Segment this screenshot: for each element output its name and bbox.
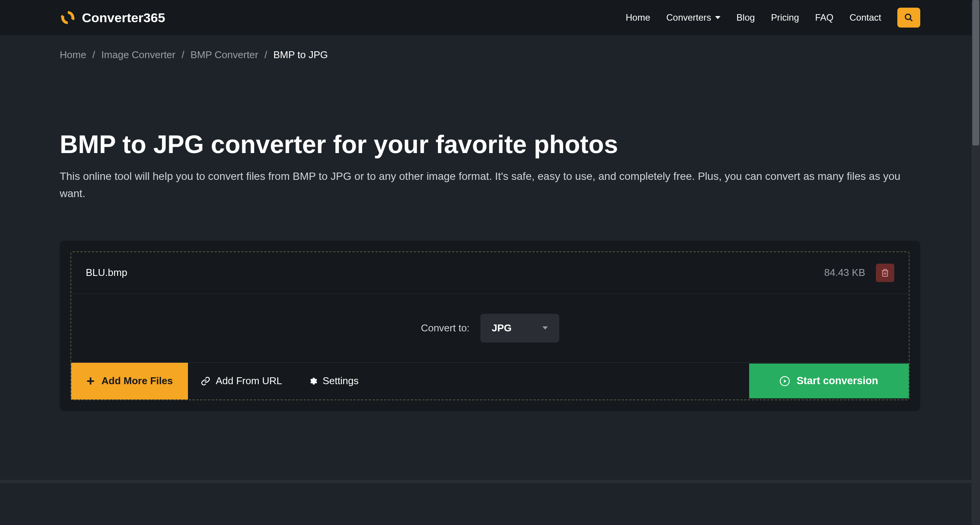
format-value: JPG: [492, 322, 512, 334]
svg-marker-7: [784, 379, 786, 383]
nav-blog[interactable]: Blog: [737, 12, 755, 23]
file-size: 84.43 KB: [824, 267, 865, 279]
action-bar-left: + Add More Files Add From URL: [71, 363, 372, 399]
file-row-right: 84.43 KB: [824, 264, 894, 282]
settings-button[interactable]: Settings: [295, 364, 372, 398]
convert-to-label: Convert to:: [421, 322, 469, 334]
converter-box: BLU.bmp 84.43 KB Convert to:: [60, 241, 920, 411]
action-bar: + Add More Files Add From URL: [71, 363, 909, 399]
page-description: This online tool will help you to conver…: [60, 168, 920, 202]
start-conversion-label: Start conversion: [797, 375, 878, 387]
start-conversion-button[interactable]: Start conversion: [749, 364, 909, 398]
nav-converters-label: Converters: [666, 12, 711, 23]
logo-icon: [60, 10, 76, 26]
chevron-down-icon: [715, 16, 720, 19]
play-icon: [780, 376, 790, 386]
logo[interactable]: Converter365: [60, 10, 165, 26]
add-more-files-button[interactable]: + Add More Files: [71, 363, 188, 399]
scrollbar[interactable]: [972, 0, 980, 525]
chevron-down-icon: [542, 326, 548, 329]
link-icon: [201, 377, 210, 386]
breadcrumb-separator: /: [181, 49, 184, 61]
format-select[interactable]: JPG: [480, 314, 559, 342]
search-button[interactable]: [897, 8, 920, 28]
breadcrumb-home[interactable]: Home: [60, 49, 86, 61]
svg-line-3: [910, 19, 912, 21]
footer-separator: [0, 480, 980, 483]
breadcrumb-bmp-converter[interactable]: BMP Converter: [190, 49, 258, 61]
svg-point-2: [905, 14, 911, 20]
nav-faq[interactable]: FAQ: [815, 12, 833, 23]
file-row: BLU.bmp 84.43 KB: [71, 252, 909, 294]
breadcrumb-separator: /: [92, 49, 95, 61]
logo-text: Converter365: [82, 10, 165, 25]
nav-home[interactable]: Home: [626, 12, 650, 23]
gear-icon: [308, 377, 317, 386]
add-more-files-label: Add More Files: [101, 375, 173, 387]
trash-icon: [881, 269, 889, 277]
scrollbar-thumb[interactable]: [972, 0, 979, 145]
nav-pricing[interactable]: Pricing: [771, 12, 799, 23]
main-nav: Home Converters Blog Pricing FAQ Contact: [626, 8, 920, 28]
breadcrumb-current: BMP to JPG: [273, 49, 328, 61]
header: Converter365 Home Converters Blog Pricin…: [0, 0, 980, 35]
search-icon: [904, 13, 913, 22]
breadcrumb-separator: /: [265, 49, 267, 61]
page-title: BMP to JPG converter for your favorite p…: [60, 130, 920, 159]
breadcrumb: Home / Image Converter / BMP Converter /…: [0, 35, 980, 61]
dropzone[interactable]: BLU.bmp 84.43 KB Convert to:: [70, 251, 910, 400]
add-from-url-button[interactable]: Add From URL: [188, 364, 295, 398]
add-from-url-label: Add From URL: [216, 375, 282, 387]
plus-icon: +: [87, 374, 95, 388]
nav-converters[interactable]: Converters: [666, 12, 720, 23]
nav-contact[interactable]: Contact: [849, 12, 881, 23]
delete-file-button[interactable]: [876, 264, 894, 282]
file-name: BLU.bmp: [86, 267, 127, 279]
settings-label: Settings: [323, 375, 359, 387]
convert-to-row: Convert to: JPG: [71, 294, 909, 363]
main-content: BMP to JPG converter for your favorite p…: [0, 61, 980, 434]
breadcrumb-image-converter[interactable]: Image Converter: [101, 49, 176, 61]
